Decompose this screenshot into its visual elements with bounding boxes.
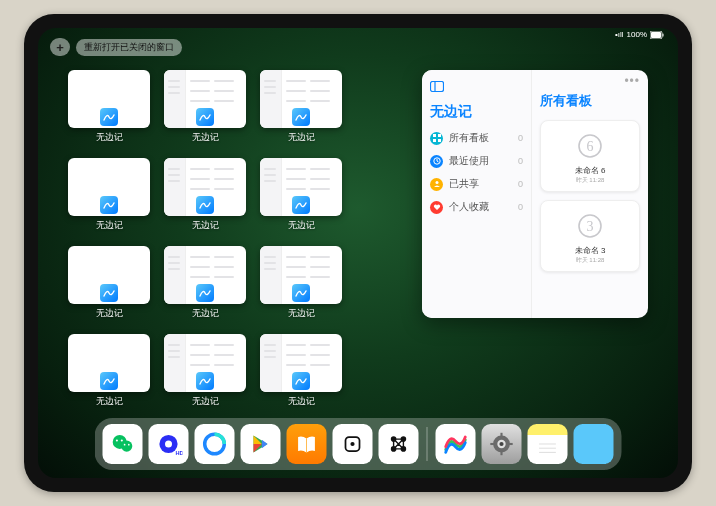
window-thumbnail-label: 无边记 bbox=[288, 219, 315, 232]
sidebar-item-count: 0 bbox=[518, 202, 523, 212]
freeform-panel[interactable]: ••• 无边记 所有看板0最近使用0已共享0个人收藏0 所有看板 6未命名 6昨… bbox=[422, 70, 648, 318]
window-thumbnail[interactable]: 无边记 bbox=[260, 246, 342, 320]
notes-icon[interactable] bbox=[528, 424, 568, 464]
books-icon[interactable] bbox=[287, 424, 327, 464]
freeform-app-badge-icon bbox=[100, 108, 118, 126]
board-card[interactable]: 3未命名 3昨天 11:28 bbox=[540, 200, 640, 272]
board-card[interactable]: 6未命名 6昨天 11:28 bbox=[540, 120, 640, 192]
quark-icon[interactable]: HD bbox=[149, 424, 189, 464]
qq-browser-icon[interactable] bbox=[195, 424, 235, 464]
sidebar-toggle-icon[interactable] bbox=[430, 80, 523, 95]
window-thumbnail-label: 无边记 bbox=[96, 219, 123, 232]
svg-text:3: 3 bbox=[587, 219, 594, 234]
window-thumbnail-label: 无边记 bbox=[96, 307, 123, 320]
freeform-title: 无边记 bbox=[430, 103, 523, 121]
window-thumbnail[interactable]: 无边记 bbox=[68, 158, 150, 232]
freeform-app-badge-icon bbox=[292, 108, 310, 126]
battery-text: 100% bbox=[627, 30, 647, 39]
ipad-screen: •ıll 100% + 重新打开已关闭的窗口 无边记无边记无边记无边记无边记无边… bbox=[38, 28, 678, 478]
window-thumbnail[interactable]: 无边记 bbox=[68, 246, 150, 320]
sidebar-item-count: 0 bbox=[518, 156, 523, 166]
window-thumbnail[interactable]: 无边记 bbox=[260, 334, 342, 408]
dock-separator bbox=[427, 427, 428, 461]
svg-point-19 bbox=[124, 444, 126, 446]
sidebar-item[interactable]: 个人收藏0 bbox=[430, 200, 523, 214]
status-bar: •ıll 100% bbox=[615, 30, 664, 39]
svg-point-16 bbox=[121, 441, 132, 452]
dice-app-icon[interactable] bbox=[333, 424, 373, 464]
window-thumbnail-label: 无边记 bbox=[288, 307, 315, 320]
all-boards-title: 所有看板 bbox=[540, 92, 640, 110]
window-thumbnail-label: 无边记 bbox=[288, 395, 315, 408]
wechat-icon[interactable] bbox=[103, 424, 143, 464]
people-icon bbox=[430, 178, 443, 191]
window-thumbnail[interactable]: 无边记 bbox=[164, 246, 246, 320]
freeform-boards-area: 所有看板 6未命名 6昨天 11:283未命名 3昨天 11:28 bbox=[532, 70, 648, 318]
svg-rect-3 bbox=[431, 82, 444, 92]
ellipsis-icon[interactable]: ••• bbox=[624, 74, 640, 88]
window-thumbnail-grid: 无边记无边记无边记无边记无边记无边记无边记无边记无边记无边记无边记无边记 bbox=[68, 70, 402, 416]
svg-point-27 bbox=[350, 442, 354, 446]
freeform-app-badge-icon bbox=[292, 196, 310, 214]
sidebar-item-count: 0 bbox=[518, 133, 523, 143]
svg-point-10 bbox=[435, 181, 438, 184]
svg-text:HD: HD bbox=[176, 450, 183, 456]
settings-icon[interactable] bbox=[482, 424, 522, 464]
window-thumbnail[interactable]: 无边记 bbox=[68, 334, 150, 408]
freeform-icon[interactable] bbox=[436, 424, 476, 464]
heart-icon bbox=[430, 201, 443, 214]
sidebar-item-label: 个人收藏 bbox=[449, 200, 489, 214]
svg-point-22 bbox=[165, 441, 172, 448]
freeform-app-badge-icon bbox=[196, 196, 214, 214]
window-thumbnail[interactable]: 无边记 bbox=[164, 158, 246, 232]
window-thumbnail-label: 无边记 bbox=[192, 395, 219, 408]
ipad-frame: •ıll 100% + 重新打开已关闭的窗口 无边记无边记无边记无边记无边记无边… bbox=[24, 14, 692, 492]
freeform-app-badge-icon bbox=[100, 284, 118, 302]
sidebar-item[interactable]: 最近使用0 bbox=[430, 154, 523, 168]
sidebar-item-label: 所有看板 bbox=[449, 131, 489, 145]
board-name: 未命名 3 bbox=[575, 245, 606, 256]
play-store-icon[interactable] bbox=[241, 424, 281, 464]
sidebar-item[interactable]: 所有看板0 bbox=[430, 131, 523, 145]
sidebar-item-count: 0 bbox=[518, 179, 523, 189]
svg-point-18 bbox=[121, 439, 123, 441]
sidebar-item[interactable]: 已共享0 bbox=[430, 177, 523, 191]
window-thumbnail[interactable]: 无边记 bbox=[260, 70, 342, 144]
window-thumbnail-label: 无边记 bbox=[192, 219, 219, 232]
board-thumbnail: 3 bbox=[569, 207, 611, 245]
board-time: 昨天 11:28 bbox=[576, 256, 605, 265]
svg-point-17 bbox=[116, 439, 118, 441]
svg-rect-7 bbox=[433, 139, 436, 142]
reopen-closed-window-button[interactable]: 重新打开已关闭的窗口 bbox=[76, 39, 182, 56]
top-controls: + 重新打开已关闭的窗口 bbox=[50, 38, 182, 56]
new-window-button[interactable]: + bbox=[50, 38, 70, 56]
window-thumbnail-label: 无边记 bbox=[192, 307, 219, 320]
svg-rect-5 bbox=[433, 134, 436, 137]
freeform-app-badge-icon bbox=[100, 196, 118, 214]
app-switcher-content: 无边记无边记无边记无边记无边记无边记无边记无边记无边记无边记无边记无边记 •••… bbox=[68, 70, 648, 416]
board-name: 未命名 6 bbox=[575, 165, 606, 176]
svg-point-20 bbox=[128, 444, 130, 446]
svg-rect-34 bbox=[500, 451, 502, 455]
window-thumbnail[interactable]: 无边记 bbox=[164, 70, 246, 144]
svg-rect-33 bbox=[500, 433, 502, 437]
board-thumbnail: 6 bbox=[569, 127, 611, 165]
battery-icon bbox=[650, 31, 664, 39]
window-thumbnail[interactable]: 无边记 bbox=[164, 334, 246, 408]
sidebar-item-label: 已共享 bbox=[449, 177, 479, 191]
board-time: 昨天 11:28 bbox=[576, 176, 605, 185]
window-thumbnail[interactable]: 无边记 bbox=[260, 158, 342, 232]
svg-rect-2 bbox=[663, 33, 664, 36]
window-thumbnail[interactable]: 无边记 bbox=[68, 70, 150, 144]
svg-rect-35 bbox=[490, 443, 494, 445]
freeform-sidebar: 无边记 所有看板0最近使用0已共享0个人收藏0 bbox=[422, 70, 532, 318]
svg-rect-8 bbox=[438, 139, 441, 142]
freeform-app-badge-icon bbox=[100, 372, 118, 390]
connect-app-icon[interactable] bbox=[379, 424, 419, 464]
freeform-app-badge-icon bbox=[196, 284, 214, 302]
svg-text:6: 6 bbox=[587, 139, 594, 154]
window-thumbnail-label: 无边记 bbox=[96, 395, 123, 408]
svg-rect-36 bbox=[509, 443, 513, 445]
app-folder-icon[interactable] bbox=[574, 424, 614, 464]
sidebar-item-label: 最近使用 bbox=[449, 154, 489, 168]
